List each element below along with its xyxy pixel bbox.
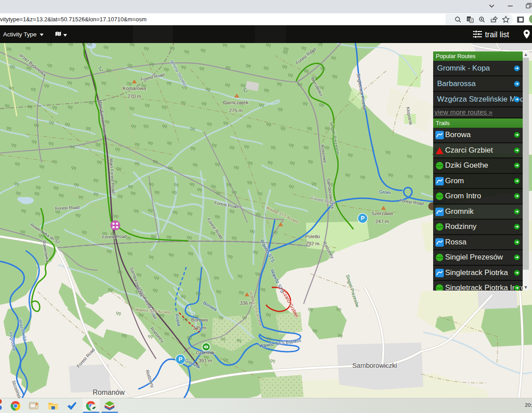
svg-text:292 m: 292 m (306, 241, 320, 246)
svg-text:Forest Road: Forest Road (102, 234, 126, 240)
svg-text:Komarowa: Komarowa (123, 86, 146, 91)
svg-text:Garnczarek: Garnczarek (223, 100, 249, 105)
svg-text:247 m: 247 m (376, 219, 389, 224)
svg-text:275 m: 275 m (229, 108, 243, 113)
svg-text:Borowa: Borowa (191, 317, 208, 323)
svg-text:P: P (361, 215, 365, 221)
svg-text:270 m: 270 m (128, 94, 141, 99)
svg-text:Gromnik: Gromnik (196, 350, 215, 355)
svg-text:文: 文 (470, 19, 473, 23)
svg-text:391 m: 391 m (199, 358, 212, 363)
svg-text:Poletki: Poletki (305, 234, 320, 239)
svg-text:345 m: 345 m (193, 325, 207, 330)
svg-text:Samborowiczki: Samborowiczki (352, 362, 397, 369)
svg-text:Romanów: Romanów (93, 389, 125, 396)
svg-text:P: P (179, 356, 183, 362)
svg-text:Szerzawa: Szerzawa (372, 211, 393, 216)
svg-text:Grom: Grom (379, 189, 391, 195)
